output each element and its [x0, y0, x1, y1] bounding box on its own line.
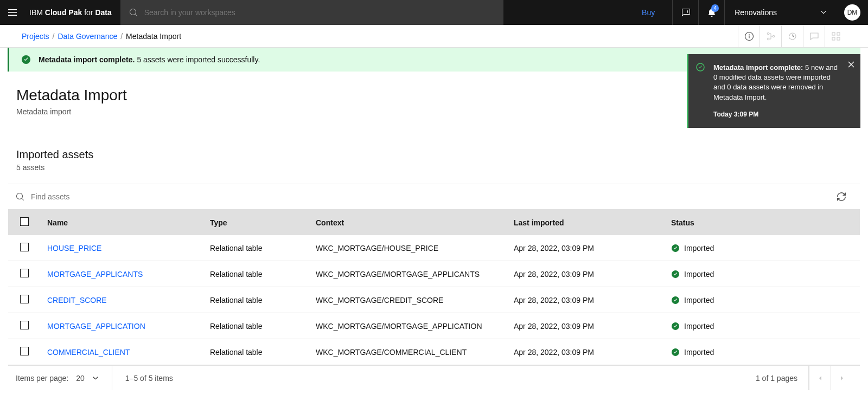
table-toolbar	[8, 184, 860, 210]
caret-right-icon	[839, 375, 845, 381]
workspace-dropdown[interactable]: Renovations	[724, 0, 837, 25]
ipp-label: Items per page:	[16, 374, 68, 383]
items-per-page[interactable]: Items per page: 20	[16, 366, 112, 390]
top-bar: IBM Cloud Pak for Data Buy 4 Renovations…	[0, 0, 868, 25]
hamburger-icon	[8, 8, 17, 17]
breadcrumb-item[interactable]: Data Governance	[58, 32, 117, 41]
refresh-button[interactable]	[831, 186, 852, 208]
chat-button[interactable]	[672, 0, 698, 25]
svg-point-6	[767, 38, 769, 40]
info-icon	[744, 31, 754, 41]
asset-status: Imported	[671, 348, 853, 357]
buy-link[interactable]: Buy	[624, 8, 672, 17]
notifications-button[interactable]: 4	[698, 0, 724, 25]
toast-bold: Metadata import complete:	[713, 63, 803, 72]
toast-time: Today 3:09 PM	[713, 110, 839, 119]
asset-context: WKC_MORTGAGE/CREDIT_SCORE	[309, 287, 507, 313]
check-circle-icon	[696, 63, 705, 74]
asset-status: Imported	[671, 296, 853, 305]
chevron-down-icon	[92, 375, 99, 381]
brand-mid: for	[82, 8, 95, 17]
svg-rect-11	[837, 37, 840, 40]
next-page-button[interactable]	[831, 366, 852, 391]
hamburger-button[interactable]	[0, 0, 25, 25]
asset-name-link[interactable]: MORTGAGE_APPLICATION	[41, 313, 203, 339]
section-count: 5 assets	[16, 163, 852, 172]
svg-rect-8	[832, 33, 835, 35]
comment-button[interactable]	[803, 25, 825, 47]
asset-name-link[interactable]: COMMERCIAL_CLIENT	[41, 339, 203, 365]
asset-type: Relational table	[203, 235, 309, 261]
toast-close-button[interactable]	[847, 61, 855, 71]
notification-badge: 4	[711, 4, 719, 12]
asset-name-link[interactable]: MORTGAGE_APPLICANTS	[41, 261, 203, 287]
ipp-value: 20	[76, 374, 85, 383]
avatar[interactable]: DM	[844, 4, 860, 21]
svg-rect-10	[832, 37, 835, 40]
assets-table: Name Type Context Last imported Status H…	[8, 210, 860, 365]
check-circle-icon	[671, 270, 680, 279]
check-circle-icon	[671, 348, 680, 357]
asset-last-imported: Apr 28, 2022, 03:09 PM	[507, 339, 665, 365]
check-circle-icon	[671, 322, 680, 331]
asset-last-imported: Apr 28, 2022, 03:09 PM	[507, 287, 665, 313]
find-assets-input[interactable]	[31, 192, 831, 201]
asset-status: Imported	[671, 244, 853, 252]
sub-header: Projects/Data Governance/Metadata Import	[0, 25, 868, 48]
asset-context: WKC_MORTGAGE/COMMERCIAL_CLIENT	[309, 339, 507, 365]
page-subtitle: Metadata import	[16, 107, 127, 116]
history-icon	[788, 31, 797, 41]
asset-last-imported: Apr 28, 2022, 03:09 PM	[507, 235, 665, 261]
breadcrumb-item: Metadata Import	[126, 32, 181, 41]
asset-status: Imported	[671, 270, 853, 279]
row-checkbox[interactable]	[20, 243, 29, 251]
info-button[interactable]	[738, 25, 760, 47]
row-checkbox[interactable]	[20, 321, 29, 329]
svg-point-5	[767, 33, 769, 35]
top-bar-right: Buy 4 Renovations DM	[624, 0, 868, 25]
breadcrumb-separator: /	[53, 32, 55, 41]
table-row: MORTGAGE_APPLICATIONRelational tableWKC_…	[8, 313, 860, 339]
grid-button[interactable]	[825, 25, 846, 47]
comment-icon	[809, 31, 819, 41]
pagination-range: 1–5 of 5 items	[112, 374, 186, 383]
caret-left-icon	[818, 375, 823, 381]
breadcrumb: Projects/Data Governance/Metadata Import	[22, 32, 181, 41]
table-row: MORTGAGE_APPLICANTSRelational tableWKC_M…	[8, 261, 860, 287]
workspace-label: Renovations	[735, 8, 777, 17]
chat-icon	[681, 8, 691, 17]
table-row: COMMERCIAL_CLIENTRelational tableWKC_MOR…	[8, 339, 860, 365]
search-input[interactable]	[144, 8, 495, 17]
history-button[interactable]	[781, 25, 803, 47]
search-icon	[16, 192, 24, 201]
row-checkbox[interactable]	[20, 295, 29, 303]
svg-rect-3	[749, 35, 749, 38]
subheader-actions	[738, 25, 846, 47]
column-context: Context	[309, 210, 507, 235]
breadcrumb-item[interactable]: Projects	[22, 32, 49, 41]
select-all-checkbox[interactable]	[20, 217, 29, 226]
chevron-down-icon	[820, 9, 827, 16]
pagination: Items per page: 20 1–5 of 5 items 1 of 1…	[8, 365, 860, 390]
column-status: Status	[665, 210, 860, 235]
asset-context: WKC_MORTGAGE/HOUSE_PRICE	[309, 235, 507, 261]
search-icon	[129, 8, 138, 17]
flow-button[interactable]	[760, 25, 781, 47]
search-container	[120, 0, 503, 25]
page-title: Metadata Import	[16, 87, 127, 104]
asset-name-link[interactable]: CREDIT_SCORE	[41, 287, 203, 313]
brand-bold: Cloud Pak	[45, 8, 82, 17]
row-checkbox[interactable]	[20, 347, 29, 355]
toast-notification: Metadata import complete: 5 new and 0 mo…	[687, 54, 860, 128]
asset-context: WKC_MORTGAGE/MORTGAGE_APPLICANTS	[309, 261, 507, 287]
asset-type: Relational table	[203, 261, 309, 287]
brand-suffix: Data	[95, 8, 111, 17]
table-row: HOUSE_PRICERelational tableWKC_MORTGAGE/…	[8, 235, 860, 261]
svg-point-7	[773, 35, 775, 37]
row-checkbox[interactable]	[20, 269, 29, 277]
asset-name-link[interactable]: HOUSE_PRICE	[41, 235, 203, 261]
check-circle-icon	[671, 244, 680, 252]
svg-rect-9	[837, 33, 840, 35]
column-type: Type	[203, 210, 309, 235]
prev-page-button[interactable]	[809, 366, 831, 391]
